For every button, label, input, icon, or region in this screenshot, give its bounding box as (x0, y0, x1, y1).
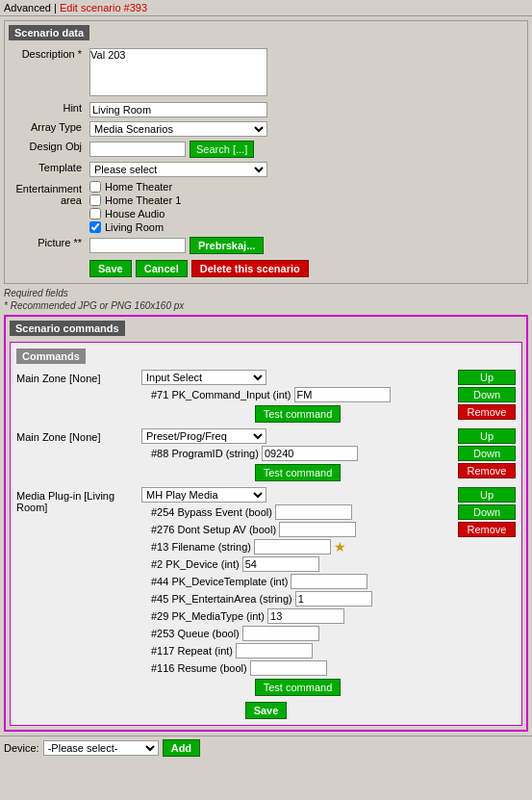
cmd3-up-button[interactable]: Up (458, 487, 516, 503)
cmd1-param-label: #71 PK_Command_Input (int) (151, 389, 291, 400)
cmd3-param-pkdevtemplate: #44 PK_DeviceTemplate (int) (151, 574, 454, 589)
device-select[interactable]: -Please select- (43, 740, 159, 756)
cmd3-remove-button[interactable]: Remove (458, 522, 516, 537)
scenario-data-section: Scenario data Description * Val 203 Hint… (4, 20, 528, 284)
design-obj-input[interactable] (89, 142, 186, 157)
scenario-data-form: Description * Val 203 Hint Array Type Me… (9, 46, 523, 279)
cmd3-bypass-label: #254 Bypass Event (bool) (151, 506, 272, 518)
cancel-button[interactable]: Cancel (136, 260, 188, 277)
checkbox-house-audio-input[interactable] (89, 208, 101, 219)
checkbox-house-audio: House Audio (89, 208, 519, 219)
checkbox-home-theater-input[interactable] (89, 181, 101, 193)
cmd1-up-button[interactable]: Up (458, 370, 516, 385)
cmd3-filename-label: #13 Filename (string) (151, 541, 251, 553)
search-button[interactable]: Search [...] (190, 141, 254, 158)
array-type-select[interactable]: Media Scenarios (89, 121, 267, 137)
cmd3-pkdevice-label: #2 PK_Device (int) (151, 558, 240, 570)
cmd3-queue-input[interactable] (242, 626, 319, 641)
template-label: Template (9, 160, 86, 179)
cmd1-remove-button[interactable]: Remove (458, 404, 516, 420)
cmd3-pkdevice-input[interactable] (242, 556, 319, 572)
cmd2-param-row: #88 ProgramID (string) (151, 446, 454, 461)
cmd2-test-button[interactable]: Test command (255, 464, 342, 481)
required-note-2: * Recommended JPG or PNG 160x160 px (4, 300, 528, 311)
cmd3-param-repeat: #117 Repeat (int) (151, 643, 454, 658)
cmd3-pkdevtemplate-label: #44 PK_DeviceTemplate (int) (151, 576, 288, 587)
cmd3-pkentertain-input[interactable] (295, 591, 372, 606)
hint-input[interactable] (89, 102, 267, 117)
cmd3-param-bypass: #254 Bypass Event (bool) (151, 504, 454, 520)
entertainment-area-checkboxes: Home Theater Home Theater 1 House Audio … (89, 181, 519, 233)
cmd3-param-pkmediatype: #29 PK_MediaType (int) (151, 608, 454, 624)
note-icon: ★ (334, 539, 346, 555)
cmd3-resume-label: #116 Resume (bool) (151, 662, 247, 674)
cmd3-select[interactable]: MH Play Media (141, 487, 266, 503)
cmd3-down-button[interactable]: Down (458, 504, 516, 520)
cmd2-param-input[interactable] (262, 446, 358, 461)
cmd3-param-filename: #13 Filename (string) ★ (151, 539, 454, 555)
checkbox-living-room-label: Living Room (105, 221, 164, 233)
save-button[interactable]: Save (89, 260, 132, 277)
cmd2-down-button[interactable]: Down (458, 446, 516, 461)
cmd2-select-row: Preset/Prog/Freq (141, 428, 454, 444)
cmd3-select-row: MH Play Media (141, 487, 454, 503)
edit-scenario-title: Edit scenario #393 (60, 2, 147, 13)
cmd1-param-input[interactable] (294, 387, 391, 402)
cmd2-select[interactable]: Preset/Prog/Freq (141, 428, 266, 444)
scenario-commands-section: Scenario commands Commands Main Zone [No… (4, 315, 528, 732)
scenario-data-title: Scenario data (9, 25, 89, 40)
checkbox-home-theater: Home Theater (89, 181, 519, 193)
scenario-commands-title: Scenario commands (10, 321, 125, 336)
array-type-label: Array Type (9, 119, 86, 139)
cmd2-up-button[interactable]: Up (458, 428, 516, 444)
cmd3-pkmediatype-input[interactable] (267, 608, 344, 624)
cmd3-repeat-label: #117 Repeat (int) (151, 645, 233, 657)
cmd1-down-button[interactable]: Down (458, 387, 516, 402)
cmd3-param-pkdevice: #2 PK_Device (int) (151, 556, 454, 572)
cmd3-dontsetup-input[interactable] (279, 522, 356, 537)
checkbox-living-room-input[interactable] (89, 221, 101, 233)
cmd3-param-queue: #253 Queue (bool) (151, 626, 454, 641)
commands-save-row: Save (16, 702, 516, 719)
command-block-2: Main Zone [None] Preset/Prog/Freq #88 Pr… (16, 428, 516, 481)
design-obj-label: Design Obj (9, 139, 86, 160)
top-bar: Advanced | Edit scenario #393 (0, 0, 532, 16)
checkbox-home-theater-1-input[interactable] (89, 194, 101, 206)
cmd3-filename-input[interactable] (254, 539, 331, 555)
checkbox-living-room: Living Room (89, 221, 519, 233)
cmd3-pkmediatype-label: #29 PK_MediaType (int) (151, 610, 265, 622)
cmd3-content: MH Play Media #254 Bypass Event (bool) #… (141, 487, 454, 696)
command-block-3: Media Plug-in [Living Room] MH Play Medi… (16, 487, 516, 696)
commands-save-button[interactable]: Save (245, 702, 288, 719)
cmd2-content: Preset/Prog/Freq #88 ProgramID (string) … (141, 428, 454, 481)
cmd3-pkdevtemplate-input[interactable] (291, 574, 367, 589)
cmd2-buttons: Up Down Remove (458, 428, 516, 478)
checkbox-home-theater-1-label: Home Theater 1 (105, 194, 181, 206)
cmd1-label: Main Zone [None] (16, 370, 141, 384)
cmd1-test-button[interactable]: Test command (255, 405, 342, 423)
description-label: Description * (9, 46, 86, 100)
picture-label: Picture ** (9, 235, 86, 256)
picture-input[interactable] (89, 238, 186, 253)
command-block-1: Main Zone [None] Input Select #71 PK_Com… (16, 370, 516, 423)
cmd1-content: Input Select #71 PK_Command_Input (int) … (141, 370, 454, 423)
description-textarea[interactable]: Val 203 (89, 48, 267, 96)
cmd3-repeat-input[interactable] (236, 643, 313, 658)
cmd1-select[interactable]: Input Select (141, 370, 266, 385)
cmd3-buttons: Up Down Remove (458, 487, 516, 537)
delete-button[interactable]: Delete this scenario (191, 260, 309, 277)
browse-button[interactable]: Prebrskaj... (190, 237, 264, 254)
cmd1-buttons: Up Down Remove (458, 370, 516, 420)
add-button[interactable]: Add (163, 739, 200, 757)
checkbox-home-theater-label: Home Theater (105, 181, 172, 193)
advanced-link[interactable]: Advanced (4, 2, 51, 13)
cmd3-bypass-input[interactable] (275, 504, 352, 520)
cmd2-label: Main Zone [None] (16, 428, 141, 443)
cmd3-resume-input[interactable] (250, 660, 327, 676)
cmd3-test-button[interactable]: Test command (255, 679, 342, 696)
commands-inner-box: Commands Main Zone [None] Input Select #… (10, 342, 522, 726)
cmd2-remove-button[interactable]: Remove (458, 463, 516, 478)
template-select[interactable]: Please select (89, 162, 267, 177)
bottom-bar: Device: -Please select- Add (0, 735, 532, 760)
cmd1-param-row: #71 PK_Command_Input (int) (151, 387, 454, 402)
